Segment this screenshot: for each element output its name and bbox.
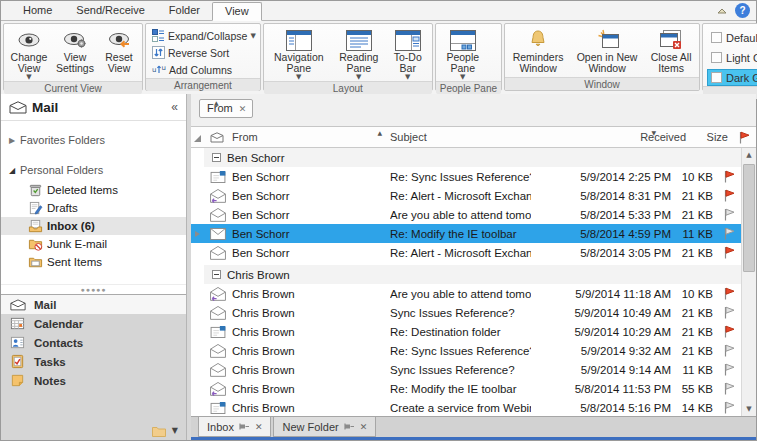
view-settings-button[interactable]: View Settings xyxy=(52,27,98,75)
close-tab-icon[interactable]: ✕ xyxy=(255,422,263,432)
message-from: Ben Schorr xyxy=(232,247,390,259)
group-header-ben-schorr[interactable]: Ben Schorr xyxy=(204,148,741,167)
help-icon[interactable]: ? xyxy=(735,3,750,18)
nav-item-tasks[interactable]: Tasks xyxy=(1,352,186,371)
add-columns-button[interactable]: uu Add Columns xyxy=(152,61,232,78)
column-header-flag[interactable] xyxy=(732,131,756,144)
message-row[interactable]: Ben SchorrRe: Alert - Microsoft Exchange… xyxy=(191,243,741,262)
outlook-window: Home Send/Receive Folder View ? Change V… xyxy=(0,0,757,441)
reading-pane-button[interactable]: Reading Pane ▼ xyxy=(334,27,384,81)
navigation-pane-button[interactable]: Navigation Pane ▼ xyxy=(268,27,330,81)
theme-option-dark-gray[interactable]: Dark Gray xyxy=(707,69,757,86)
collapse-group-icon[interactable] xyxy=(212,153,221,162)
flag-icon[interactable] xyxy=(717,306,741,319)
tab-send-receive[interactable]: Send/Receive xyxy=(64,2,157,20)
message-subject: Re: Sync Issues Reference? xyxy=(390,171,531,183)
pin-icon[interactable] xyxy=(344,422,355,431)
flag-icon[interactable] xyxy=(717,227,741,240)
column-header-size[interactable]: Size xyxy=(686,131,732,143)
message-row[interactable]: Chris BrownRe: Modify the IE toolbar5/8/… xyxy=(191,379,741,398)
folder-item-inbox-6[interactable]: Inbox (6) xyxy=(1,217,186,235)
message-row[interactable]: Chris BrownCreate a service from Webinar… xyxy=(191,398,741,416)
group-header-chris-brown[interactable]: Chris Brown xyxy=(204,265,741,284)
tab-home[interactable]: Home xyxy=(11,2,64,20)
flag-icon[interactable] xyxy=(717,325,741,338)
message-row[interactable]: Ben SchorrRe: Sync Issues Reference?5/9/… xyxy=(191,167,741,186)
message-received: 5/9/2014 2:25 PM xyxy=(531,171,671,183)
remove-group-icon[interactable]: ✕ xyxy=(239,104,247,114)
flag-icon[interactable] xyxy=(717,170,741,183)
note-message-icon xyxy=(204,171,232,183)
scrollbar-thumb[interactable] xyxy=(743,164,755,272)
close-all-items-label: Close All Items xyxy=(649,52,693,74)
reminders-window-button[interactable]: Reminders Window xyxy=(509,27,567,75)
message-row[interactable]: Chris BrownSync Issues Reference?5/9/201… xyxy=(191,303,741,322)
flag-icon[interactable] xyxy=(717,344,741,357)
group-by-chip-from[interactable]: ▲ From ✕ xyxy=(199,99,253,118)
nav-item-mail[interactable]: Mail xyxy=(1,295,186,314)
collapse-ribbon-icon[interactable] xyxy=(716,7,728,15)
message-row[interactable]: Chris BrownRe: Sync Issues Reference?5/9… xyxy=(191,341,741,360)
message-row[interactable]: Ben SchorrRe: Modify the IE toolbar5/8/2… xyxy=(191,224,741,243)
message-row[interactable]: Chris BrownSync Issues Reference?5/9/201… xyxy=(191,360,741,379)
favorites-folders-toggle[interactable]: ▶ Favorites Folders xyxy=(1,129,186,151)
reset-view-button[interactable]: Reset View xyxy=(100,27,138,75)
chevron-down-icon: ▼ xyxy=(405,74,410,80)
tab-view[interactable]: View xyxy=(212,2,262,21)
personal-folders-toggle[interactable]: ◢ Personal Folders xyxy=(1,159,186,181)
flag-icon[interactable] xyxy=(717,189,741,202)
configure-buttons-icon[interactable]: ▼ xyxy=(172,428,178,434)
todo-bar-button[interactable]: To-Do Bar ▼ xyxy=(388,27,428,81)
message-row[interactable]: Chris BrownAre you able to attend tomorr… xyxy=(191,284,741,303)
nav-item-notes[interactable]: Notes xyxy=(1,371,186,390)
open-in-new-window-button[interactable]: Open in New Window xyxy=(570,27,644,75)
todo-bar-label: To-Do Bar xyxy=(390,52,426,74)
message-size: 21 KB xyxy=(671,247,717,259)
folder-item-junk-e-mail[interactable]: Junk E-mail xyxy=(1,235,186,253)
people-pane-button[interactable]: People Pane ▼ xyxy=(440,27,486,81)
pin-icon[interactable] xyxy=(239,422,250,431)
collapse-group-icon[interactable] xyxy=(212,270,221,279)
column-header-subject[interactable]: Subject xyxy=(390,131,546,143)
expand-all-corner[interactable] xyxy=(191,134,204,141)
change-view-button[interactable]: Change View ▼ xyxy=(8,27,50,81)
pane-splitter-handle[interactable]: ●●●●● xyxy=(1,284,186,294)
flag-icon[interactable] xyxy=(717,401,741,414)
flag-icon[interactable] xyxy=(717,246,741,259)
message-row[interactable]: Ben SchorrAre you able to attend tomorro… xyxy=(191,205,741,224)
folder-tab-inbox[interactable]: Inbox ✕ xyxy=(198,417,271,437)
folder-tab-new-folder[interactable]: New Folder ✕ xyxy=(273,417,376,437)
column-icon-header[interactable] xyxy=(204,132,232,143)
close-all-items-button[interactable]: Close All Items xyxy=(647,27,695,75)
group-name: Chris Brown xyxy=(227,269,290,281)
junk-icon xyxy=(28,237,47,252)
folder-item-drafts[interactable]: Drafts xyxy=(1,199,186,217)
close-tab-icon[interactable]: ✕ xyxy=(360,422,368,432)
collapse-pane-icon[interactable]: « xyxy=(171,100,178,114)
tab-folder[interactable]: Folder xyxy=(157,2,212,20)
vertical-scrollbar[interactable]: ▲ ▼ xyxy=(741,148,756,416)
nav-options-footer: ▼ xyxy=(1,422,186,440)
theme-option-default[interactable]: Default xyxy=(707,29,757,46)
folder-item-deleted-items[interactable]: Deleted Items xyxy=(1,181,186,199)
reverse-sort-button[interactable]: Reverse Sort xyxy=(152,44,229,61)
expand-collapse-button[interactable]: Expand/Collapse ▼ xyxy=(152,27,256,44)
scroll-up-icon[interactable]: ▲ xyxy=(742,148,756,162)
theme-option-light-gray[interactable]: Light Gray xyxy=(707,49,757,66)
column-header-received[interactable]: Received▼ xyxy=(546,131,686,143)
folder-item-sent-items[interactable]: Sent Items xyxy=(1,253,186,271)
column-header-from[interactable]: From▲ xyxy=(232,131,390,143)
nav-item-calendar[interactable]: Calendar xyxy=(1,314,186,333)
flag-icon[interactable] xyxy=(717,287,741,300)
message-received: 5/8/2014 8:31 PM xyxy=(531,190,671,202)
flag-icon[interactable] xyxy=(717,382,741,395)
message-row[interactable]: Ben SchorrRe: Alert - Microsoft Exchange… xyxy=(191,186,741,205)
message-row[interactable]: Chris BrownRe: Destination folder5/9/201… xyxy=(191,322,741,341)
folder-icon[interactable] xyxy=(152,426,166,437)
folder-label: Junk E-mail xyxy=(47,238,107,250)
flag-icon[interactable] xyxy=(717,208,741,221)
flag-icon[interactable] xyxy=(717,363,741,376)
ribbon-group-people-pane: People Pane ▼ People Pane xyxy=(435,23,502,91)
scroll-down-icon[interactable]: ▼ xyxy=(742,402,756,416)
nav-item-contacts[interactable]: Contacts xyxy=(1,333,186,352)
